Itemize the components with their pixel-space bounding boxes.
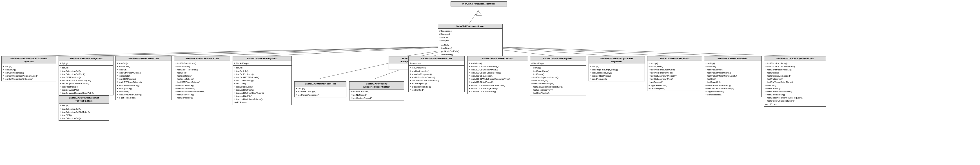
server-events-title: Sabre\DAV\ServerEventsTest bbox=[409, 57, 465, 61]
abstract-server-label: Sabre\DAV\AbstractServer bbox=[456, 25, 484, 27]
locks-plugin-fields: # $locksPlugin bbox=[233, 61, 291, 65]
server-plugin-box: Sabre\DAV\ServerPluginTest # $testPlugin… bbox=[530, 56, 586, 96]
svg-line-2 bbox=[82, 46, 458, 56]
svg-line-6 bbox=[262, 46, 463, 56]
abstract-server-methods: + setUp() + tearDown() + getNodeForPath(… bbox=[438, 42, 503, 57]
get-if-conditions-title: Sabre\DAV\GetIfConditionsTest bbox=[174, 57, 230, 61]
svg-line-16 bbox=[476, 46, 796, 56]
abstract-server-box: Sabre\DAV\AbstractServer # $response # $… bbox=[438, 24, 503, 57]
mount-plugin-methods: + setUp() + testPassThrough() + testMoun… bbox=[294, 86, 346, 97]
browser-plugin-title: Sabre\DAV\Browser\PluginTest bbox=[59, 57, 113, 61]
get-if-conditions-box: Sabre\DAV\GetIfConditionsTest + testNoCo… bbox=[174, 56, 231, 100]
browser-plugin-fields: # $plugin bbox=[59, 61, 113, 65]
server-simple-title: Sabre\DAV\ServerSimpleTest bbox=[704, 57, 762, 61]
server-props-infinite-box: Sabre\DAV\ServerPropsInfiniteDepthTest +… bbox=[589, 56, 645, 82]
server-plugin-methods: + setUp() + testBaseClass() + testDown()… bbox=[530, 65, 586, 95]
property-supported-methods: + testPROPFIND() + testNoReport() + test… bbox=[350, 89, 404, 100]
browser-map-box: Sabre\DAV\Browser\MapGetToPropFindTest +… bbox=[59, 96, 109, 121]
browser-plugin-methods: + setUp() + testCollectionGet() + testCo… bbox=[59, 65, 113, 95]
get-if-conditions-methods: + testNoConditions() + testGetInfo() + t… bbox=[174, 61, 230, 100]
server-props-infinite-title: Sabre\DAV\ServerPropsInfiniteDepthTest bbox=[589, 57, 644, 64]
server-props-title: Sabre\DAV\ServerPropsTest bbox=[648, 57, 702, 61]
fsext-server-box: Sabre\DAV\FSExt\ServerTest + testGet() +… bbox=[115, 56, 172, 100]
locks-plugin-box: Sabre\DAV\Locks\PluginTest # $locksPlugi… bbox=[232, 56, 292, 105]
temp-file-filter-methods: + testConstructArray() + testConstructIn… bbox=[764, 61, 826, 106]
server-mkcol-box: Sabre\DAV\ServerMKCOLTest + testMkcol() … bbox=[468, 56, 528, 94]
server-simple-box: Sabre\DAV\ServerSimpleTest + setUp() + t… bbox=[704, 56, 762, 97]
server-events-box: Sabre\DAV\ServerEventsTest $exception + … bbox=[408, 56, 465, 92]
server-mkcol-title: Sabre\DAV\ServerMKCOLTest bbox=[468, 57, 528, 61]
property-supported-box: Sabre\DAV\Property\SupportedReportSetTes… bbox=[349, 82, 404, 101]
browser-map-title: Sabre\DAV\Browser\MapGetToPropFindTest bbox=[59, 96, 109, 103]
fsext-server-title: Sabre\DAV\FSExt\ServerTest bbox=[116, 57, 172, 61]
abstract-server-title: Sabre\DAV\AbstractServer bbox=[438, 24, 503, 28]
server-props-infinite-methods: + setUp() + testPropFindEmptyBody() + te… bbox=[589, 64, 644, 81]
temp-file-filter-box: Sabre\DAV\TemporaryFileFilterTest + test… bbox=[764, 56, 826, 107]
svg-line-14 bbox=[473, 46, 675, 56]
svg-line-15 bbox=[474, 46, 734, 56]
phpunit-title: PHPUnit_Framework_TestCase bbox=[451, 2, 507, 6]
phpunit-label: PHPUnit_Framework_TestCase bbox=[462, 3, 496, 5]
svg-line-4 bbox=[146, 46, 460, 56]
mount-plugin-title: Sabre\DAV\Mount\PluginTest bbox=[294, 82, 346, 86]
server-props-methods: + setUp() + testOptions() + testPropFind… bbox=[648, 61, 702, 91]
server-simple-methods: + setUp() + testPut() + testPutNormal() … bbox=[704, 61, 762, 97]
server-events-methods: + testAfterBind() + testBindHandler() + … bbox=[409, 65, 465, 92]
browser-guess-title: Sabre\DAV\Browser\GuessContentTypeTest bbox=[2, 57, 56, 64]
svg-line-3 bbox=[84, 46, 459, 56]
svg-line-5 bbox=[203, 46, 462, 56]
svg-line-0 bbox=[469, 10, 479, 24]
abstract-server-fields: # $response # $request # $server # $tmpD… bbox=[438, 28, 503, 42]
property-supported-title: Sabre\DAV\Property\SupportedReportSetTes… bbox=[350, 82, 404, 89]
server-props-box: Sabre\DAV\ServerPropsTest + setUp() + te… bbox=[647, 56, 702, 91]
fsext-server-methods: + testGet() + testHEAD() + testPut() + t… bbox=[116, 61, 172, 100]
server-plugin-title: Sabre\DAV\ServerPluginTest bbox=[530, 57, 586, 61]
phpunit-box: PHPUnit_Framework_TestCase bbox=[450, 2, 507, 6]
server-plugin-fields: # $testPlugin bbox=[530, 61, 586, 65]
locks-plugin-methods: + setUp() + testGetInfo() + testGetFeatu… bbox=[233, 65, 291, 104]
browser-guess-box: Sabre\DAV\Browser\GuessContentTypeTest +… bbox=[2, 56, 56, 82]
mount-plugin-box: Sabre\DAV\Mount\PluginTest + setUp() + t… bbox=[294, 82, 346, 97]
locks-plugin-title: Sabre\DAV\Locks\PluginTest bbox=[233, 57, 291, 61]
browser-plugin-box: Sabre\DAV\Browser\PluginTest # $plugin +… bbox=[59, 56, 113, 96]
temp-file-filter-title: Sabre\DAV\TemporaryFileFilterTest bbox=[764, 57, 826, 61]
svg-line-1 bbox=[28, 46, 456, 56]
svg-marker-17 bbox=[476, 11, 482, 16]
browser-map-methods: + setUp() + testCollectionGet() + testCo… bbox=[59, 103, 109, 120]
diagram-container: PHPUnit_Framework_TestCase Sabre\DAV\Abs… bbox=[0, 0, 980, 165]
browser-guess-methods: + setUp() + testDown() + testGetProperti… bbox=[2, 64, 56, 81]
server-events-fields: $exception bbox=[409, 61, 465, 65]
server-mkcol-methods: + testMkcol() + testMKCOLUnknownBody() +… bbox=[468, 61, 528, 94]
